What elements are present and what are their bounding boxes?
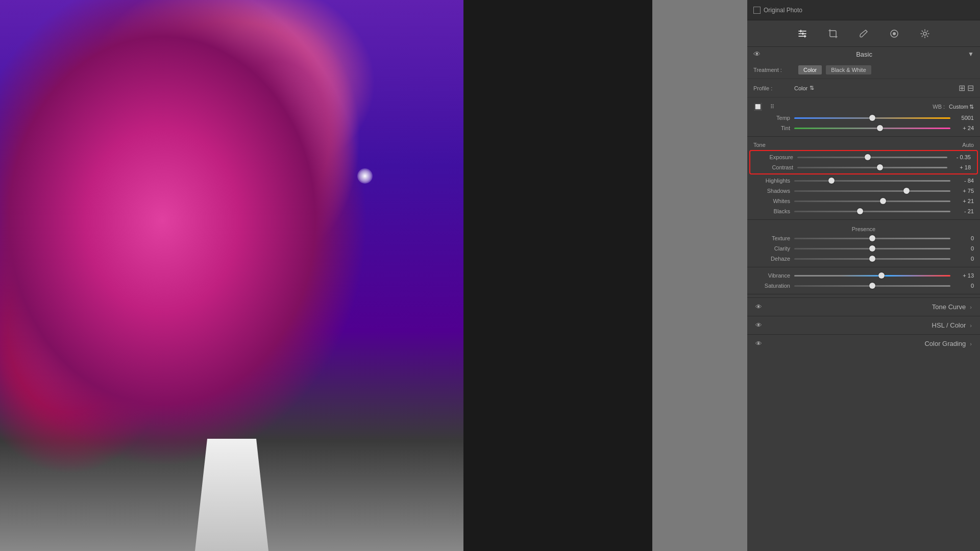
clarity-slider-container[interactable] (794, 245, 950, 252)
profile-value: Color (794, 85, 807, 91)
tone-curve-panel[interactable]: 👁 Tone Curve › (747, 297, 980, 316)
highlights-value: - 84 (954, 178, 974, 184)
grid-icon-1[interactable]: ⊞ (959, 83, 965, 93)
highlights-slider-row: Highlights - 84 (747, 176, 980, 186)
vibrance-slider-thumb[interactable] (878, 272, 885, 279)
tint-value: + 24 (954, 125, 974, 131)
blacks-slider-thumb[interactable] (857, 208, 863, 214)
presence-label: Presence (852, 226, 875, 232)
highlights-slider-container[interactable] (794, 177, 950, 184)
treatment-row: Treatment : Color Black & White (747, 61, 980, 79)
saturation-value: 0 (954, 283, 974, 289)
dehaze-slider-container[interactable] (794, 255, 950, 262)
whites-slider-thumb[interactable] (880, 198, 886, 204)
contrast-value: + 18 (951, 164, 971, 170)
contrast-label: Contrast (756, 164, 793, 170)
shadows-slider-row: Shadows + 75 (747, 186, 980, 196)
shadows-slider-thumb[interactable] (903, 188, 910, 194)
clarity-value: 0 (954, 245, 974, 252)
vibrance-slider-container[interactable] (794, 272, 950, 279)
profile-arrows: ⇅ (810, 85, 814, 91)
temp-slider-container[interactable] (794, 114, 950, 121)
saturation-slider-track[interactable] (794, 285, 950, 287)
tone-curve-eye-icon[interactable]: 👁 (755, 303, 762, 311)
exposure-slider-thumb[interactable] (865, 154, 871, 160)
brush-icon[interactable] (855, 26, 872, 42)
section-eye-icon[interactable]: 👁 (753, 50, 761, 58)
crop-icon[interactable] (825, 26, 841, 42)
dehaze-slider-thumb[interactable] (869, 256, 875, 262)
divider-2 (747, 219, 980, 220)
vibrance-slider-row: Vibrance + 13 (747, 270, 980, 281)
color-grading-eye-icon[interactable]: 👁 (755, 340, 762, 347)
texture-slider-container[interactable] (794, 235, 950, 242)
highlights-slider-thumb[interactable] (828, 178, 835, 184)
wb-value[interactable]: Custom ⇅ (949, 104, 974, 110)
photo-image (0, 0, 463, 551)
photo-area (0, 0, 652, 551)
saturation-slider-thumb[interactable] (869, 283, 875, 289)
texture-slider-row: Texture 0 (747, 233, 980, 243)
exposure-slider-container[interactable] (797, 154, 947, 161)
treatment-color-button[interactable]: Color (798, 65, 822, 74)
clarity-slider-track[interactable] (794, 248, 950, 249)
shadows-slider-track[interactable] (794, 190, 950, 192)
whites-slider-track[interactable] (794, 201, 950, 202)
saturation-slider-container[interactable] (794, 282, 950, 289)
temp-slider-thumb[interactable] (869, 115, 875, 121)
contrast-slider-container[interactable] (797, 164, 947, 171)
panel-icons (747, 20, 980, 47)
profile-label: Profile : (753, 85, 794, 91)
tone-section-label: Tone (753, 142, 766, 148)
texture-slider-track[interactable] (794, 238, 950, 239)
treatment-label: Treatment : (753, 67, 794, 73)
profile-select[interactable]: Color ⇅ (794, 85, 814, 91)
contrast-slider-thumb[interactable] (877, 164, 883, 170)
texture-slider-thumb[interactable] (869, 235, 875, 241)
eyedropper-icon[interactable]: 🔲 (753, 103, 762, 111)
treatment-bw-button[interactable]: Black & White (826, 65, 871, 74)
profile-icons: ⊞ ⊟ (959, 83, 974, 93)
svg-point-1 (893, 32, 896, 35)
dehaze-value: 0 (954, 256, 974, 262)
auto-button[interactable]: Auto (962, 142, 974, 148)
original-photo-label: Original Photo (753, 7, 802, 14)
blacks-slider-container[interactable] (794, 208, 950, 215)
exposure-slider-track[interactable] (797, 157, 947, 158)
temp-label: Temp (753, 115, 790, 121)
dehaze-slider-track[interactable] (794, 258, 950, 260)
saturation-label: Saturation (753, 283, 790, 289)
highlights-slider-track[interactable] (794, 180, 950, 182)
clarity-slider-row: Clarity 0 (747, 243, 980, 254)
color-grading-title: Color Grading (924, 340, 966, 347)
tint-slider-container[interactable] (794, 124, 950, 132)
gear-icon[interactable] (917, 26, 933, 42)
clarity-slider-thumb[interactable] (869, 245, 875, 252)
eye-circle-icon[interactable] (886, 26, 902, 42)
wb-selected: Custom (949, 104, 968, 110)
texture-value: 0 (954, 235, 974, 241)
temp-value: 5001 (954, 115, 974, 121)
grid-icon-2[interactable]: ⊟ (967, 83, 974, 93)
whites-slider-container[interactable] (794, 197, 950, 205)
hsl-eye-icon[interactable]: 👁 (755, 321, 762, 329)
bottom-panels: 👁 Tone Curve › 👁 HSL / Color › 👁 Color G… (747, 297, 980, 353)
tint-slider-track[interactable] (794, 128, 950, 129)
eyedropper-label: ⠿ (770, 104, 774, 110)
divider-4 (747, 294, 980, 294)
adjust-icon[interactable] (794, 26, 811, 42)
color-grading-panel[interactable]: 👁 Color Grading › (747, 334, 980, 353)
tint-slider-thumb[interactable] (877, 125, 883, 131)
gray-strip (652, 0, 747, 551)
svg-point-2 (923, 32, 926, 35)
hsl-color-panel[interactable]: 👁 HSL / Color › (747, 316, 980, 334)
basic-section-header[interactable]: 👁 Basic ▼ (747, 47, 980, 61)
contrast-slider-track[interactable] (797, 167, 947, 168)
exposure-label: Exposure (756, 154, 793, 160)
blacks-slider-row: Blacks - 21 (747, 206, 980, 216)
exposure-slider-row: Exposure - 0.35 (750, 152, 977, 162)
blacks-slider-track[interactable] (794, 211, 950, 212)
temp-slider-track[interactable] (794, 117, 950, 119)
vibrance-slider-track[interactable] (794, 275, 950, 277)
shadows-slider-container[interactable] (794, 187, 950, 194)
